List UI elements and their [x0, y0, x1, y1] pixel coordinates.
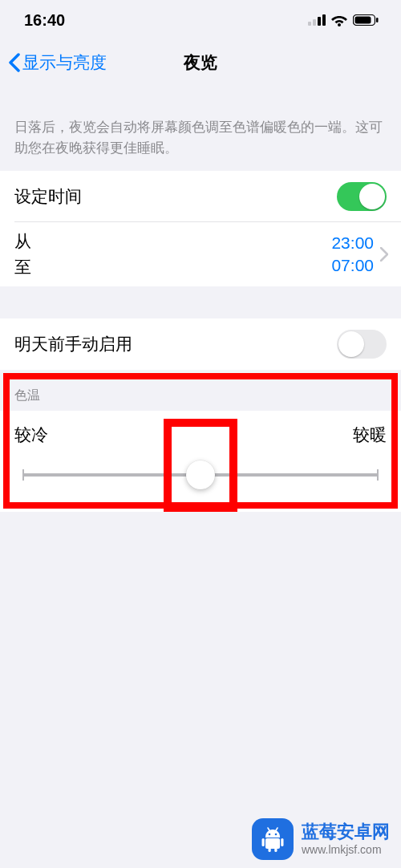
- scheduled-row: 设定时间: [0, 171, 401, 222]
- svg-point-4: [338, 23, 341, 26]
- svg-rect-1: [313, 19, 316, 26]
- battery-icon: [353, 14, 379, 26]
- svg-rect-6: [355, 17, 371, 24]
- status-time: 16:40: [24, 11, 65, 30]
- svg-point-8: [269, 834, 271, 836]
- watermark-title: 蓝莓安卓网: [302, 821, 390, 842]
- svg-rect-12: [265, 838, 280, 849]
- svg-rect-14: [281, 838, 283, 846]
- svg-line-10: [268, 828, 270, 831]
- wifi-icon: [330, 14, 348, 26]
- svg-rect-7: [376, 18, 379, 22]
- from-time: 23:00: [331, 233, 374, 253]
- status-indicators: [308, 14, 379, 26]
- watermark-url: www.lmkjsf.com: [302, 843, 390, 857]
- manual-enable-label: 明天前手动启用: [14, 333, 132, 355]
- section-description: 日落后，夜览会自动将屏幕颜色调至色谱偏暖色的一端。这可助您在夜晚获得更佳睡眠。: [0, 109, 401, 171]
- svg-rect-2: [318, 17, 321, 26]
- chevron-left-icon: [8, 53, 21, 72]
- chevron-right-icon: [374, 230, 395, 278]
- svg-rect-3: [322, 14, 326, 26]
- svg-rect-0: [308, 22, 311, 26]
- page-title: 夜览: [184, 51, 217, 74]
- manual-enable-toggle[interactable]: [337, 330, 387, 359]
- to-label: 至: [14, 256, 31, 278]
- back-label: 显示与亮度: [22, 51, 107, 74]
- color-temp-slider[interactable]: [22, 460, 379, 489]
- svg-line-11: [276, 828, 278, 831]
- svg-rect-16: [274, 848, 277, 852]
- schedule-time-row[interactable]: 从 至 23:00 07:00: [0, 222, 401, 286]
- color-temperature-section: 色温 较冷 较暖: [0, 370, 401, 512]
- cooler-label: 较冷: [14, 424, 48, 446]
- status-bar: 16:40: [0, 0, 401, 40]
- cellular-icon: [308, 14, 326, 26]
- watermark: 蓝莓安卓网 www.lmkjsf.com: [252, 818, 390, 860]
- svg-rect-15: [269, 848, 271, 852]
- back-button[interactable]: 显示与亮度: [8, 51, 107, 74]
- nav-bar: 显示与亮度 夜览: [0, 40, 401, 85]
- color-temp-header: 色温: [0, 370, 401, 411]
- scheduled-toggle[interactable]: [337, 182, 387, 211]
- manual-enable-row: 明天前手动启用: [0, 318, 401, 370]
- svg-point-9: [275, 834, 277, 836]
- warmer-label: 较暖: [353, 424, 387, 446]
- svg-rect-13: [262, 838, 265, 846]
- scheduled-label: 设定时间: [14, 185, 82, 208]
- slider-thumb[interactable]: [186, 460, 215, 489]
- watermark-logo: [252, 818, 294, 860]
- to-time: 07:00: [331, 256, 374, 275]
- from-label: 从: [14, 230, 31, 253]
- android-icon: [258, 825, 287, 854]
